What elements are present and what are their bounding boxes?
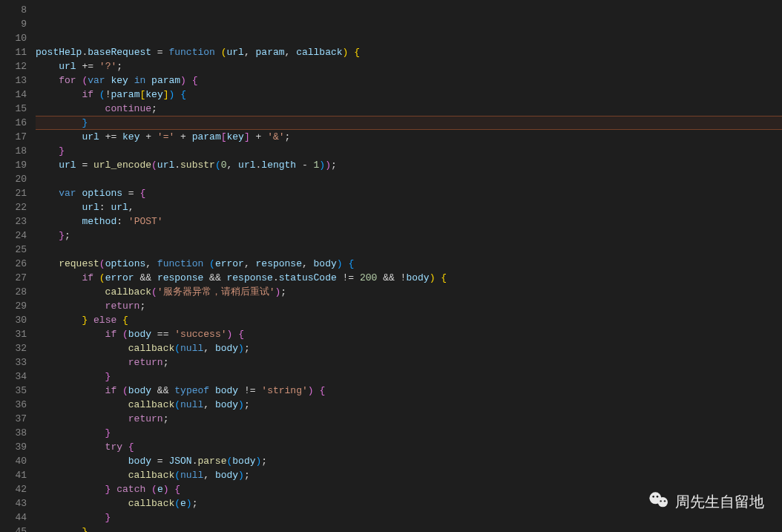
- code-line[interactable]: callback(null, body);: [36, 468, 782, 482]
- token-brk2: {: [128, 441, 134, 453]
- token-obj: url: [157, 160, 174, 171]
- token-obj: url: [36, 160, 76, 171]
- code-line[interactable]: if (body == 'success') {: [36, 327, 782, 341]
- code-line[interactable]: }: [36, 525, 782, 532]
- code-line[interactable]: url = url_encode(url.substr(0, url.lengt…: [36, 158, 782, 172]
- token-op: !=: [238, 385, 261, 396]
- code-line[interactable]: callback('服务器异常，请稍后重试');: [36, 285, 782, 299]
- line-number: 23: [0, 214, 27, 229]
- token-obj: param: [192, 131, 221, 142]
- code-line[interactable]: url: url,: [36, 200, 782, 214]
- code-line[interactable]: for (var key in param) {: [36, 73, 782, 88]
- code-line[interactable]: request(options, function (error, respon…: [36, 257, 782, 271]
- token-str: 'POST': [128, 216, 163, 227]
- code-line[interactable]: continue;: [36, 102, 782, 116]
- token-obj: body: [215, 399, 238, 410]
- token-punct: [186, 75, 192, 86]
- token-kw2: if: [36, 329, 116, 340]
- token-brk3: {: [180, 89, 186, 100]
- token-brk3: ): [186, 498, 192, 509]
- code-line[interactable]: callback(null, body);: [36, 341, 782, 355]
- line-number: 19: [0, 158, 27, 172]
- code-line[interactable]: } else {: [36, 313, 782, 327]
- code-line[interactable]: [36, 172, 782, 186]
- token-op: -: [296, 160, 313, 171]
- code-line[interactable]: url += '?';: [36, 59, 782, 73]
- token-op: +: [139, 131, 157, 142]
- token-obj: body: [36, 456, 151, 467]
- token-obj: key: [227, 131, 244, 142]
- code-line[interactable]: if (body && typeof body != 'string') {: [36, 384, 782, 398]
- token-prop: callback: [36, 470, 174, 481]
- code-line[interactable]: callback(null, body);: [36, 398, 782, 412]
- code-line[interactable]: var options = {: [36, 186, 782, 200]
- line-number: 22: [0, 200, 27, 214]
- line-number: 9: [0, 17, 27, 31]
- token-str: '&': [267, 131, 284, 142]
- token-obj: options: [105, 258, 146, 269]
- token-obj: length: [261, 160, 296, 171]
- code-line[interactable]: postHelp.baseRequest = function (url, pa…: [36, 45, 782, 59]
- token-brk3: {: [348, 258, 354, 269]
- token-op: =: [151, 456, 168, 467]
- token-punct: ;: [65, 230, 70, 241]
- token-kw2: if: [36, 385, 116, 396]
- token-brk3: (: [215, 160, 221, 171]
- token-punct: ,: [244, 47, 256, 58]
- token-punct: [232, 329, 238, 340]
- token-brk2: (: [151, 286, 157, 298]
- token-brk2: (: [99, 258, 105, 269]
- code-line[interactable]: }: [36, 144, 782, 158]
- token-punct: ;: [285, 131, 291, 142]
- token-punct: [116, 385, 122, 396]
- code-line[interactable]: };: [36, 229, 782, 243]
- token-op: =: [122, 188, 139, 199]
- code-line[interactable]: try {: [36, 440, 782, 454]
- token-obj: e: [180, 498, 186, 509]
- line-number: 34: [0, 370, 27, 384]
- token-punct: [203, 258, 209, 269]
- code-line[interactable]: return;: [36, 412, 782, 426]
- code-line[interactable]: [36, 243, 782, 257]
- code-line[interactable]: method: 'POST': [36, 214, 782, 229]
- code-line[interactable]: }: [36, 426, 782, 440]
- token-brk2: ): [163, 484, 169, 495]
- code-editor[interactable]: 8910111213141516171819202122232425262728…: [0, 0, 782, 532]
- line-number: 18: [0, 144, 27, 158]
- token-punct: ,: [285, 47, 297, 58]
- code-line[interactable]: }: [36, 370, 782, 384]
- code-line[interactable]: if (!param[key]) {: [36, 88, 782, 102]
- code-line[interactable]: if (error && response && response.status…: [36, 271, 782, 285]
- token-brk2: {: [174, 484, 180, 495]
- token-obj: url: [238, 160, 255, 171]
- token-punct: ;: [244, 343, 250, 354]
- line-number: 16: [0, 116, 27, 130]
- line-number: 14: [0, 88, 27, 102]
- line-number: 36: [0, 398, 27, 412]
- token-obj: statusCode: [279, 272, 337, 283]
- token-brk: (: [99, 272, 105, 283]
- code-line[interactable]: return;: [36, 299, 782, 313]
- token-brk2: }: [36, 145, 65, 157]
- token-op: !=: [337, 272, 360, 283]
- token-prop: callback: [36, 343, 174, 354]
- token-brk: ]: [163, 89, 169, 100]
- token-kw2: return: [36, 301, 139, 312]
- line-number: 44: [0, 510, 27, 525]
- token-kw: function: [157, 258, 203, 269]
- token-obj: key: [145, 89, 162, 100]
- token-punct: [116, 329, 122, 340]
- token-punct: ;: [163, 413, 169, 424]
- code-area[interactable]: postHelp.baseRequest = function (url, pa…: [36, 0, 782, 532]
- token-obj: url: [227, 47, 244, 58]
- token-brk3: (: [174, 498, 180, 509]
- token-punct: ;: [163, 357, 169, 368]
- token-kw: in: [134, 75, 146, 86]
- code-line[interactable]: body = JSON.parse(body);: [36, 454, 782, 468]
- code-line[interactable]: url += key + '=' + param[key] + '&';: [36, 130, 782, 144]
- token-obj: url: [36, 61, 76, 72]
- token-obj: postHelp: [36, 47, 82, 58]
- code-line[interactable]: return;: [36, 355, 782, 370]
- token-str: 'string': [261, 385, 307, 396]
- token-obj: callback: [296, 47, 342, 58]
